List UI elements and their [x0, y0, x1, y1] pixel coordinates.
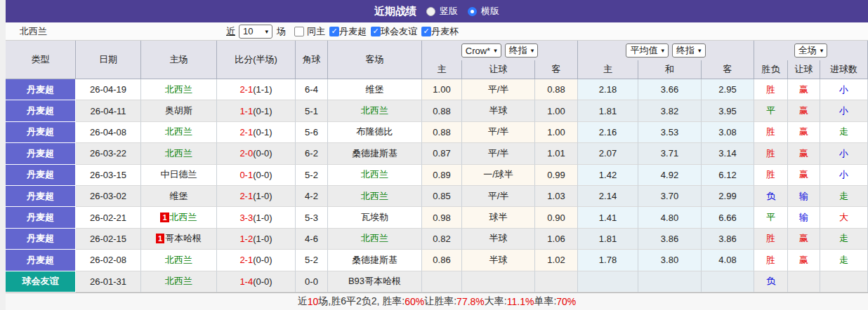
bookmaker-final-select[interactable]: 终指 ▾ [505, 43, 539, 58]
team-name[interactable]: 桑德捷斯基 [352, 147, 397, 160]
result-text: 赢 [799, 83, 808, 96]
away-team-cell: 北西兰 [328, 186, 422, 207]
corner-cell: 0-0 [296, 271, 328, 292]
radio-button-icon[interactable] [426, 7, 435, 16]
avg-draw-cell: 4.80 [638, 207, 702, 228]
handicap-result-cell: 输 [788, 207, 820, 228]
avg-away-cell: 6.66 [702, 207, 754, 228]
radio-button-icon[interactable] [468, 7, 477, 16]
checkbox-checked-icon[interactable]: ✓ [421, 27, 431, 36]
odds-away-cell: 0.90 [535, 207, 578, 228]
checkbox-unchecked-icon[interactable] [294, 27, 304, 36]
summary-segment: 70% [556, 296, 576, 307]
team-name[interactable]: 北西兰 [361, 105, 388, 117]
team-name[interactable]: 北西兰 [361, 232, 388, 245]
date-cell: 26-04-11 [76, 100, 141, 121]
average-final-select[interactable]: 终指 ▾ [672, 43, 706, 58]
result-cell: 负 [754, 186, 788, 207]
bookmaker-select[interactable]: Crow* ▾ [461, 43, 501, 58]
checkbox-checked-icon[interactable]: ✓ [371, 27, 381, 36]
radio-label[interactable]: 横版 [481, 5, 499, 18]
team-name[interactable]: 北西兰 [165, 126, 192, 138]
result-text: 胜 [766, 232, 775, 245]
team-name[interactable]: 北西兰 [165, 275, 192, 288]
full-match-select[interactable]: 全场 ▾ [794, 43, 828, 58]
match-type-cell: 球会友谊 [6, 271, 76, 292]
odds-home-cell: 0.89 [422, 165, 462, 186]
home-team-cell: 维堡 [141, 186, 217, 207]
match-type-cell: 丹麦超 [6, 250, 76, 271]
team-name[interactable]: 奥胡斯 [165, 105, 192, 117]
team-name[interactable]: 北西兰 [170, 211, 197, 224]
match-type-cell: 丹麦超 [6, 143, 76, 164]
header-corner: 角球 [296, 41, 328, 79]
fulltime-score: 2-1 [239, 84, 253, 95]
summary-segment: 近 [298, 295, 308, 308]
team-name[interactable]: 哥本哈根 [165, 232, 202, 245]
chevron-down-icon: ▾ [661, 47, 664, 54]
avg-away-cell: 6.12 [702, 165, 754, 186]
chevron-down-icon: ▾ [494, 47, 497, 54]
summary-segment: 11.1% [507, 296, 534, 307]
date-cell: 26-04-08 [76, 122, 141, 143]
odds-handicap-cell: 平/半 [462, 79, 535, 100]
result-text: 小 [839, 105, 848, 117]
match-count-value: 10 [243, 26, 253, 36]
team-name[interactable]: 北西兰 [165, 147, 192, 160]
subheader-away-odds: 客 [535, 60, 578, 79]
odds-home-cell: 0.82 [422, 229, 462, 250]
team-name[interactable]: 维堡 [366, 83, 384, 96]
result-text: 平 [766, 211, 775, 224]
team-name[interactable]: 布隆德比 [357, 126, 393, 138]
team-name[interactable]: 中日德兰 [161, 168, 197, 181]
match-type-cell: 丹麦超 [6, 186, 76, 207]
radio-horizontal-layout: 横版 [468, 5, 499, 18]
away-team-cell: 布隆德比 [328, 122, 422, 143]
avg-draw-cell: 3.70 [638, 186, 702, 207]
result-text: 胜 [766, 147, 775, 160]
table-row: 丹麦超26-02-211北西兰3-3(1-0)5-3瓦埃勒0.98球半0.901… [6, 207, 868, 228]
handicap-result-cell: 赢 [788, 229, 820, 250]
near-label: 近 [226, 25, 235, 38]
handicap-result-cell: 输 [788, 186, 820, 207]
table-row: 丹麦超26-03-15中日德兰0-1(0-0)5-2北西兰0.89一/球半0.9… [6, 165, 868, 186]
team-name[interactable]: 北西兰 [165, 254, 192, 267]
avg-home-cell: 2.18 [578, 79, 638, 100]
table-row: 球会友谊26-01-31北西兰1-4(0-0)0-0B93哥本哈根负 [6, 271, 868, 292]
halftime-score: (0-0) [253, 276, 272, 287]
filter-checkboxes: 同主✓丹麦超✓球会友谊✓丹麦杯 [290, 25, 459, 38]
bookmaker-final-value: 终指 [509, 44, 527, 57]
odds-handicap-cell: 半球 [462, 250, 535, 271]
team-name[interactable]: 桑德捷斯基 [352, 254, 397, 267]
table-row: 丹麦超26-03-02维堡2-1(1-0)4-2北西兰0.85平/半1.032.… [6, 186, 868, 207]
fulltime-score: 1-1 [239, 106, 253, 116]
team-name[interactable]: 北西兰 [165, 83, 192, 96]
corner-cell: 5-1 [296, 100, 328, 121]
handicap-result-cell: 赢 [788, 143, 820, 164]
team-name[interactable]: 瓦埃勒 [361, 211, 388, 224]
avg-away-cell [702, 271, 754, 292]
checkbox-checked-icon[interactable]: ✓ [329, 27, 339, 36]
average-select[interactable]: 平均值 ▾ [626, 43, 669, 58]
page-title: 近期战绩 [374, 5, 416, 18]
goals-result-cell: 走 [820, 186, 868, 207]
subheader-avg-draw: 和 [638, 60, 702, 79]
radio-label[interactable]: 竖版 [440, 5, 458, 18]
match-count-select[interactable]: 10 ▾ [239, 25, 272, 39]
avg-draw-cell: 3.86 [638, 229, 702, 250]
team-name[interactable]: 维堡 [170, 190, 188, 203]
avg-away-cell: 3.08 [702, 122, 754, 143]
team-name[interactable]: 北西兰 [361, 190, 388, 203]
result-cell: 负 [754, 271, 788, 292]
goals-result-cell: 走 [820, 250, 868, 271]
team-name[interactable]: 北西兰 [361, 168, 388, 181]
header-type: 类型 [6, 41, 76, 79]
team-name[interactable]: B93哥本哈根 [348, 275, 401, 288]
titlebar: 近期战绩 竖版 横版 [6, 0, 868, 22]
average-select-value: 平均值 [630, 44, 657, 57]
chevron-down-icon: ▾ [531, 47, 534, 54]
halftime-score: (0-0) [253, 148, 272, 159]
summary-segment: 77.8% [456, 296, 485, 307]
away-team-cell: 桑德捷斯基 [328, 143, 422, 164]
result-text: 赢 [799, 254, 808, 267]
